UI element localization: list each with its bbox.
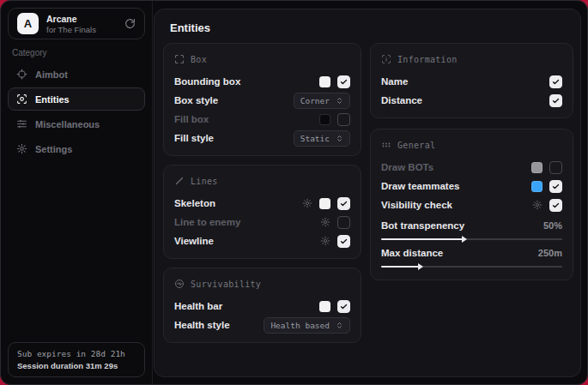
slider-fill xyxy=(381,266,419,268)
lines-card-header: Lines xyxy=(174,174,350,188)
sidebar-nav: Aimbot Entities Miscellaneous xyxy=(8,63,145,160)
viewline-config-gear-icon[interactable] xyxy=(320,236,330,246)
page-title: Entities xyxy=(170,21,573,34)
right-column: Information Name Distance xyxy=(370,43,573,343)
brand-text: Arcane for The Finals xyxy=(46,14,96,34)
information-card: Information Name Distance xyxy=(370,43,573,118)
draw-teammates-checkbox[interactable] xyxy=(549,180,562,193)
setting-label: Draw BOTs xyxy=(381,162,433,172)
stage: A Arcane for The Finals Category Aimbot xyxy=(0,0,588,385)
sidebar-item-aimbot[interactable]: Aimbot xyxy=(8,63,145,86)
brand-card: A Arcane for The Finals xyxy=(8,8,145,39)
box-corners-icon xyxy=(174,54,185,64)
line-icon xyxy=(174,176,185,186)
setting-row-health-bar: Health bar xyxy=(174,297,350,316)
unfold-icon xyxy=(336,135,343,142)
slider-value: 250m xyxy=(538,248,562,258)
check-icon xyxy=(552,97,560,105)
health-style-dropdown[interactable]: Health based xyxy=(264,317,350,334)
setting-row-skeleton: Skeleton xyxy=(174,194,350,213)
card-title: Box xyxy=(191,55,207,64)
setting-label: Visibility check xyxy=(381,200,452,210)
setting-row-bounding-box: Bounding box xyxy=(174,72,350,91)
color-swatch[interactable] xyxy=(319,114,330,125)
card-columns: Box Bounding box B xyxy=(163,43,573,343)
setting-label: Box style xyxy=(174,95,218,105)
sync-icon[interactable] xyxy=(124,18,136,29)
setting-row-draw-bots: Draw BOTs xyxy=(381,158,562,177)
general-card-header: General xyxy=(381,138,562,152)
crosshair-icon xyxy=(16,69,27,80)
sidebar-item-label: Aimbot xyxy=(35,69,68,80)
category-label: Category xyxy=(12,48,47,57)
bot-transparency-slider-block: Bot transpenency 50% xyxy=(381,217,562,240)
health-bar-checkbox[interactable] xyxy=(337,300,350,313)
sidebar-item-label: Entities xyxy=(35,94,70,105)
unfold-icon xyxy=(336,97,343,105)
setting-label: Fill box xyxy=(174,114,209,124)
box-style-dropdown[interactable]: Corner xyxy=(294,93,350,109)
dropdown-value: Health based xyxy=(270,321,330,330)
setting-row-distance: Distance xyxy=(381,91,562,110)
color-swatch[interactable] xyxy=(319,76,330,87)
arcane-window: A Arcane for The Finals Category Aimbot xyxy=(0,0,588,385)
visibility-check-checkbox[interactable] xyxy=(549,199,562,212)
gear-icon xyxy=(16,143,27,154)
card-title: Information xyxy=(397,55,458,64)
line-to-enemy-checkbox[interactable] xyxy=(337,216,350,229)
setting-row-name: Name xyxy=(381,72,562,91)
distance-checkbox[interactable] xyxy=(549,94,562,107)
name-checkbox[interactable] xyxy=(549,75,562,88)
setting-label: Line to enemy xyxy=(174,217,240,227)
sidebar-item-settings[interactable]: Settings xyxy=(8,137,145,160)
setting-row-box-style: Box style Corner xyxy=(174,91,350,110)
sidebar: A Arcane for The Finals Category Aimbot xyxy=(1,1,153,384)
max-distance-slider-block: Max distance 250m xyxy=(381,244,562,268)
color-swatch[interactable] xyxy=(531,162,543,173)
color-swatch[interactable] xyxy=(531,181,543,192)
sliders-icon xyxy=(16,118,27,129)
setting-row-fill-style: Fill style Static xyxy=(174,129,350,147)
survivability-card-header: Survivability xyxy=(174,277,350,291)
setting-label: Health style xyxy=(174,320,230,330)
unfold-icon xyxy=(336,322,343,329)
fill-box-checkbox[interactable] xyxy=(337,113,350,126)
setting-row-line-to-enemy: Line to enemy xyxy=(174,213,350,232)
card-title: General xyxy=(397,141,435,150)
draw-bots-checkbox[interactable] xyxy=(549,161,562,174)
info-scan-icon xyxy=(381,54,391,64)
lines-card: Lines Skeleton xyxy=(163,165,361,259)
bounding-box-checkbox[interactable] xyxy=(337,75,350,88)
color-swatch[interactable] xyxy=(319,198,330,209)
setting-row-viewline: Viewline xyxy=(174,232,350,250)
slider-value: 50% xyxy=(543,220,562,231)
entities-scan-icon xyxy=(16,93,27,105)
general-card: General Draw BOTs xyxy=(370,129,573,280)
card-title: Lines xyxy=(191,177,218,186)
dropdown-value: Static xyxy=(300,134,330,143)
arcane-logo: A xyxy=(17,13,39,34)
sidebar-item-label: Miscellaneous xyxy=(35,119,100,129)
viewline-checkbox[interactable] xyxy=(337,235,350,248)
grid-dots-icon xyxy=(381,140,391,150)
setting-label: Distance xyxy=(381,95,422,105)
brand-subtitle: for The Finals xyxy=(46,25,96,34)
visibility-config-gear-icon[interactable] xyxy=(532,200,543,210)
skeleton-config-gear-icon[interactable] xyxy=(302,198,312,208)
skeleton-checkbox[interactable] xyxy=(337,197,350,210)
session-info-card: Sub expires in 28d 21h Session duration … xyxy=(8,342,145,377)
main-panel: Entities Box Bounding box xyxy=(154,9,581,377)
check-icon xyxy=(340,78,348,86)
max-distance-slider[interactable] xyxy=(381,266,562,268)
bot-transparency-slider[interactable] xyxy=(381,238,562,240)
card-title: Survivability xyxy=(191,280,261,289)
sidebar-item-label: Settings xyxy=(35,144,72,154)
setting-label: Skeleton xyxy=(174,198,215,208)
fill-style-dropdown[interactable]: Static xyxy=(294,130,350,147)
line-to-enemy-config-gear-icon[interactable] xyxy=(320,217,330,227)
sidebar-item-entities[interactable]: Entities xyxy=(8,87,145,111)
color-swatch[interactable] xyxy=(319,301,330,312)
box-card-header: Box xyxy=(174,52,350,66)
check-icon xyxy=(340,238,348,245)
sidebar-item-miscellaneous[interactable]: Miscellaneous xyxy=(8,112,145,135)
